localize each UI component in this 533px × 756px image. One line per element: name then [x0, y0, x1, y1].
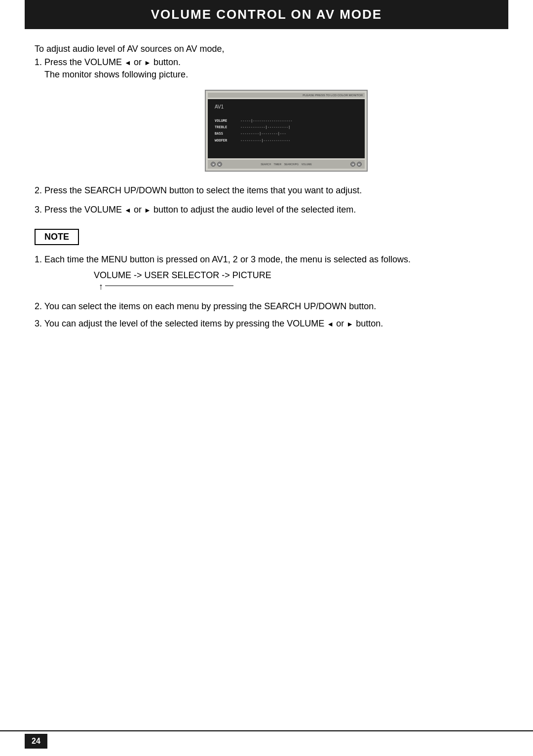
note-item-3: 3. You can adjust the level of the selec…	[35, 317, 498, 330]
bottom-volume: VOLUME	[302, 163, 312, 166]
monitor-top-bar: PLEASE PRESS TO LCD COLOR MONITOR	[208, 93, 365, 98]
treble-bar: ------------|----------|	[240, 125, 290, 130]
step2-text: 2. Press the SEARCH UP/DOWN button to se…	[35, 184, 498, 197]
page-container: VOLUME CONTROL ON AV MODE To adjust audi…	[0, 0, 533, 756]
step3-suffix: button to adjust the audio level of the …	[153, 205, 356, 215]
volume-bar: -----|-------------------	[240, 118, 292, 124]
step3-prefix: 3. Press the VOLUME	[35, 205, 122, 215]
step3-or: or	[134, 205, 142, 215]
audio-row-woofer: WOOFER ----------|-------------	[215, 138, 358, 144]
step1-prefix: 1. Press the VOLUME	[35, 57, 122, 67]
step3-right-icon: ►	[144, 205, 151, 216]
bottom-controls-left: ◄ ►	[211, 162, 222, 167]
flow-line	[105, 286, 233, 286]
woofer-bar: ----------|-------------	[240, 138, 290, 144]
ctrl-btn-3: ◄	[350, 162, 355, 167]
volume-label: VOLUME	[215, 118, 240, 124]
footer-divider	[0, 730, 533, 731]
note-item-3-or: or	[336, 319, 344, 328]
note3-left-icon: ◄	[327, 319, 334, 329]
bottom-search: SEARCH	[261, 163, 271, 166]
step3-left-icon: ◄	[124, 205, 131, 216]
note-item-2: 2. You can select the items on each menu…	[35, 300, 498, 313]
bass-bar: ---------|--------|---	[240, 131, 286, 137]
note-item-2-text: 2. You can select the items on each menu…	[35, 301, 376, 311]
woofer-label: WOOFER	[215, 138, 240, 144]
note-item-3-prefix: 3. You can adjust the level of the selec…	[35, 319, 324, 328]
content-section: To adjust audio level of AV sources on A…	[25, 44, 508, 330]
monitor-top-text: PLEASE PRESS TO LCD COLOR MONITOR	[303, 94, 363, 97]
note-item-3-suffix: button.	[356, 319, 383, 328]
monitor-image-container: PLEASE PRESS TO LCD COLOR MONITOR AV1 VO…	[74, 90, 498, 172]
volume-flow: VOLUME -> USER SELECTOR -> PICTURE ↑	[94, 270, 498, 292]
step3-text: 3. Press the VOLUME ◄ or ► button to adj…	[35, 203, 498, 216]
step1-sub: The monitor shows following picture.	[44, 70, 498, 80]
header-title-bar: VOLUME CONTROL ON AV MODE	[25, 0, 508, 29]
note-items: 1. Each time the MENU button is pressed …	[35, 253, 498, 330]
ctrl-btn-2: ►	[217, 162, 222, 167]
audio-row-treble: TREBLE ------------|----------|	[215, 125, 358, 130]
note3-right-icon: ►	[346, 319, 353, 329]
bottom-search-pg: SEARCH/PG	[284, 163, 299, 166]
audio-row-bass: BASS ---------|--------|---	[215, 131, 358, 137]
note-section: NOTE 1. Each time the MENU button is pre…	[35, 229, 498, 330]
flow-arrow: ↑	[99, 282, 498, 292]
volume-left-icon: ◄	[124, 59, 131, 67]
ctrl-btn-4: ►	[357, 162, 362, 167]
ctrl-btn-1: ◄	[211, 162, 216, 167]
bottom-timer: TIMER	[274, 163, 282, 166]
arrow-up-icon: ↑	[99, 282, 103, 292]
bass-label: BASS	[215, 131, 240, 137]
av-label: AV1	[215, 104, 358, 109]
step1-text: 1. Press the VOLUME ◄ or ► button.	[35, 57, 498, 68]
page-title: VOLUME CONTROL ON AV MODE	[35, 7, 498, 22]
audio-row-volume: VOLUME -----|-------------------	[215, 118, 358, 124]
note-box: NOTE	[35, 229, 79, 245]
note-item-1: 1. Each time the MENU button is pressed …	[35, 253, 498, 266]
monitor-bottom-bar: ◄ ► SEARCH TIMER SEARCH/PG VOLUME ◄	[208, 160, 365, 169]
treble-label: TREBLE	[215, 125, 240, 130]
note-item-1-text: 1. Each time the MENU button is pressed …	[35, 254, 411, 264]
bottom-controls-right: ◄ ►	[350, 162, 362, 167]
intro-line1: To adjust audio level of AV sources on A…	[35, 44, 498, 54]
page-number: 24	[25, 734, 47, 749]
page-footer: 24	[0, 734, 533, 749]
monitor-screen: PLEASE PRESS TO LCD COLOR MONITOR AV1 VO…	[205, 90, 368, 172]
flow-label: VOLUME -> USER SELECTOR -> PICTURE	[94, 270, 271, 280]
step1-or: or	[134, 57, 142, 67]
monitor-display: AV1 VOLUME -----|------------------- TRE…	[208, 99, 365, 158]
audio-controls: VOLUME -----|------------------- TREBLE …	[215, 118, 358, 144]
volume-right-icon: ►	[144, 59, 151, 67]
bottom-middle-label: SEARCH TIMER SEARCH/PG VOLUME	[261, 163, 312, 166]
step1-suffix: button.	[153, 57, 181, 67]
